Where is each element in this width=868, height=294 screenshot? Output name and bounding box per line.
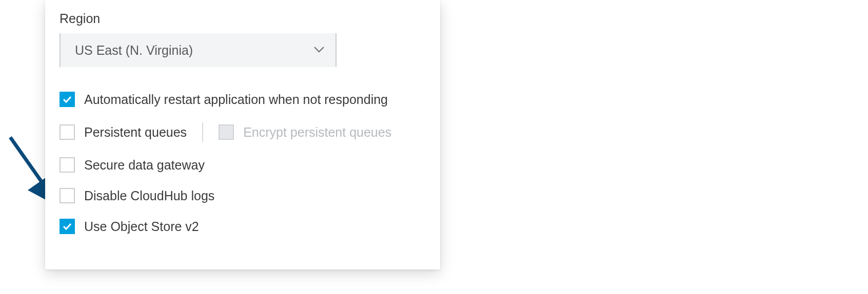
chevron-down-icon: [314, 46, 324, 55]
option-disable-cloudhub-logs: Disable CloudHub logs: [60, 188, 426, 203]
option-secure-data-gateway: Secure data gateway: [60, 157, 426, 173]
label-secure-data-gateway: Secure data gateway: [84, 158, 205, 173]
section-label-region: Region: [60, 11, 426, 26]
options-list: Automatically restart application when n…: [60, 92, 426, 234]
checkbox-auto-restart[interactable]: [60, 92, 75, 107]
separator: [202, 122, 203, 142]
label-persistent-queues: Persistent queues: [84, 125, 187, 140]
region-select[interactable]: US East (N. Virginia): [60, 33, 337, 67]
option-auto-restart: Automatically restart application when n…: [60, 92, 426, 107]
option-persistent-queues-row: Persistent queues Encrypt persistent que…: [60, 122, 426, 142]
checkbox-secure-data-gateway[interactable]: [60, 157, 75, 173]
checkbox-encrypt-persistent-queues: [219, 124, 234, 140]
region-select-value: US East (N. Virginia): [75, 43, 193, 58]
checkbox-disable-cloudhub-logs[interactable]: [60, 188, 75, 203]
checkbox-persistent-queues[interactable]: [60, 124, 75, 140]
label-encrypt-persistent-queues: Encrypt persistent queues: [243, 125, 391, 140]
checkbox-use-object-store-v2[interactable]: [60, 219, 75, 234]
label-auto-restart: Automatically restart application when n…: [84, 92, 388, 107]
region-settings-card: Region US East (N. Virginia) Automatical…: [45, 0, 440, 269]
option-use-object-store-v2: Use Object Store v2: [60, 219, 426, 234]
label-disable-cloudhub-logs: Disable CloudHub logs: [84, 188, 214, 203]
label-use-object-store-v2: Use Object Store v2: [84, 219, 199, 234]
